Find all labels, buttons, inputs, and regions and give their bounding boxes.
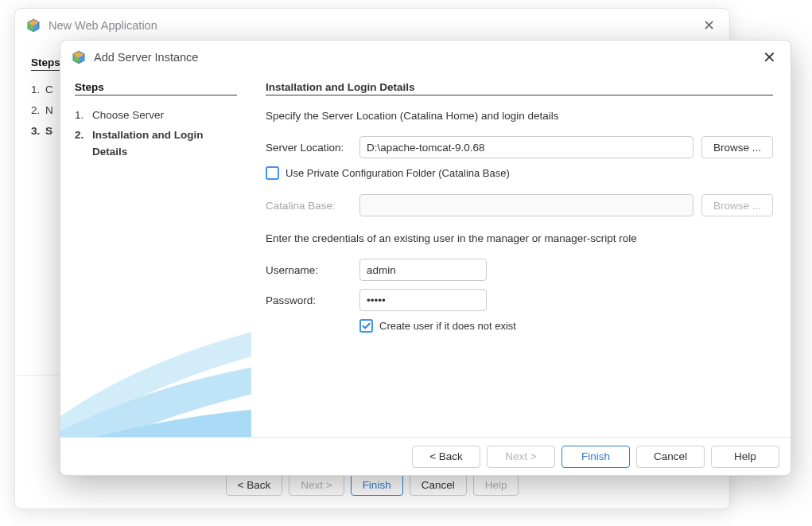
netbeans-icon [26,18,41,33]
password-input[interactable] [359,289,487,311]
decorative-swoosh [60,262,251,437]
catalina-base-input [359,194,694,216]
checkbox-icon[interactable] [266,166,279,180]
credentials-instruction: Enter the credentials of an existing use… [266,232,773,244]
finish-button[interactable]: Finish [561,446,630,468]
password-label: Password: [266,294,352,306]
back-dialog-title: New Web Application [49,19,157,32]
username-input[interactable] [359,259,487,281]
wizard-button-bar: < Back Next > Finish Cancel Help [60,437,791,475]
close-icon[interactable]: ✕ [760,48,779,67]
next-button: Next > [289,473,344,496]
location-instruction: Specify the Server Location (Catalina Ho… [266,110,773,122]
wizard-step-item: 1. Choose Server [75,107,237,123]
front-title-bar: Add Server Instance ✕ [60,41,791,74]
main-form-panel: Installation and Login Details Specify t… [251,75,791,437]
help-button[interactable]: Help [711,446,779,468]
back-title-bar: New Web Application ✕ [15,9,729,42]
cancel-button[interactable]: Cancel [636,446,705,468]
wizard-steps-panel: Steps 1. Choose Server 2. Installation a… [60,75,251,437]
cancel-button[interactable]: Cancel [410,473,467,496]
create-user-label: Create user if it does not exist [379,320,516,332]
help-button: Help [473,473,519,496]
finish-button[interactable]: Finish [351,473,403,496]
use-private-label: Use Private Configuration Folder (Catali… [286,167,510,179]
server-location-input[interactable] [359,136,694,158]
front-dialog-title: Add Server Instance [94,51,198,64]
netbeans-icon [72,50,86,64]
catalina-base-label: Catalina Base: [266,200,352,212]
steps-heading: Steps [75,81,237,95]
create-user-checkbox-row[interactable]: Create user if it does not exist [359,319,773,333]
back-button[interactable]: < Back [226,473,283,496]
checkbox-icon[interactable] [359,319,373,333]
browse-button-disabled: Browse ... [701,194,773,216]
use-private-checkbox-row[interactable]: Use Private Configuration Folder (Catali… [266,166,773,180]
next-button: Next > [487,446,555,468]
section-heading: Installation and Login Details [266,81,773,95]
add-server-instance-dialog: Add Server Instance ✕ Steps 1. Choose Se… [60,40,791,476]
server-location-label: Server Location: [266,142,352,154]
wizard-step-item: 2. Installation and Login Details [75,127,237,160]
browse-button[interactable]: Browse ... [701,136,773,158]
username-label: Username: [266,264,352,276]
back-button[interactable]: < Back [412,446,480,468]
close-icon[interactable]: ✕ [700,17,718,34]
